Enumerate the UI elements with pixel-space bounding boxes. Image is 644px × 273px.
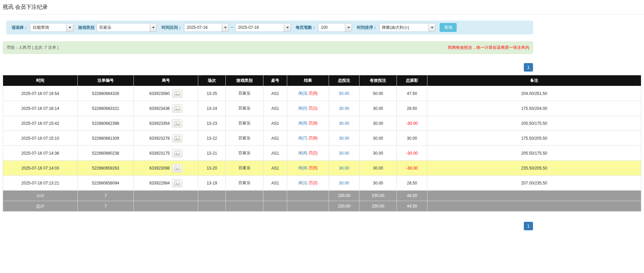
footer-empty [263, 201, 287, 212]
filter-panel: 请选择： 日期查询 游戏类别 百家乐 时间区间： 2025-07-16 ~ 20… [6, 21, 533, 34]
picture-icon [174, 91, 180, 96]
cell-table-no: AS1 [263, 116, 287, 131]
cell-result: 闲(3) 庄(9) [287, 86, 329, 101]
result-banker: 庄(6) [309, 136, 318, 140]
round-id-text: 633923175 [149, 151, 170, 156]
table-row: 2025-07-16 07:14:03 522660659263 6339230… [3, 161, 641, 176]
cell-time: 2025-07-16 07:15:42 [3, 116, 78, 131]
cell-game-type: 百家乐 [226, 131, 263, 146]
column-header: 桌号 [263, 75, 287, 86]
cell-payout: 47.50 [397, 86, 427, 101]
column-header: 有效投注 [360, 75, 397, 86]
select-type-combobox[interactable]: 日期查询 [30, 23, 73, 32]
picture-icon [174, 136, 180, 140]
cell-remark: 175.50/205.50 [427, 131, 641, 146]
round-id-text: 633923436 [149, 106, 170, 111]
round-result-image-button[interactable] [172, 179, 182, 187]
game-type-value[interactable]: 百家乐 [97, 23, 150, 32]
sort-order-combobox[interactable]: 降冪(由大到小) [379, 23, 436, 32]
cell-round-id: 633923175 [134, 146, 198, 161]
round-result-image-button[interactable] [172, 119, 182, 128]
cell-valid-bet: 50.00 [360, 86, 397, 101]
total-bet-link[interactable]: 30.00 [339, 181, 349, 186]
cell-remark: 205.50/175.50 [427, 146, 641, 161]
cell-payout: 28.50 [397, 176, 427, 191]
page-1-button[interactable]: 1 [524, 222, 533, 230]
picture-icon [174, 166, 180, 170]
cell-session: 13-24 [198, 101, 226, 116]
footer-payout: 44.50 [397, 191, 427, 201]
cell-time: 2025-07-16 07:14:03 [3, 161, 78, 176]
round-result-image-button[interactable] [172, 149, 182, 157]
select-type-value[interactable]: 日期查询 [30, 23, 66, 32]
total-bet-link[interactable]: 50.00 [339, 91, 349, 96]
cell-payout: -30.00 [397, 146, 427, 161]
cell-bet-id: 522660662398 [78, 116, 134, 131]
table-header-row: 时间注单编号局号场次游戏类别桌号结果总投注有效投注总派彩备注 [3, 75, 641, 86]
payout-value: 28.50 [407, 106, 417, 111]
chevron-down-icon[interactable] [222, 23, 228, 32]
cell-total-bet: 30.00 [329, 176, 360, 191]
picture-icon [174, 106, 180, 111]
cell-total-bet: 30.00 [329, 161, 360, 176]
cell-result: 闲(9) 庄(9) [287, 116, 329, 131]
cell-total-bet: 30.00 [329, 116, 360, 131]
date-from-picker[interactable]: 2025-07-16 [184, 23, 229, 32]
payout-value: 28.50 [407, 181, 417, 186]
total-bet-link[interactable]: 30.00 [339, 166, 349, 171]
round-result-image-button[interactable] [172, 90, 182, 98]
page-size-combobox[interactable]: 100 [318, 23, 352, 32]
cell-bet-id: 522660664326 [78, 86, 134, 101]
page-1-button[interactable]: 1 [524, 63, 533, 72]
column-header: 备注 [427, 75, 641, 86]
cell-time: 2025-07-16 07:16:54 [3, 86, 78, 101]
footer-empty [427, 191, 641, 201]
chevron-down-icon[interactable] [150, 23, 157, 32]
column-header: 时间 [3, 75, 78, 86]
result-banker: 庄(1) [309, 106, 318, 111]
valid-bet-note: 同局有效投注，统一计算在该局第一张注单内 [448, 45, 529, 51]
cell-session: 13-25 [198, 86, 226, 101]
date-to-picker[interactable]: 2025-07-16 [235, 23, 291, 32]
result-player: 闲(8) [298, 165, 308, 170]
total-bet-link[interactable]: 30.00 [339, 136, 349, 141]
game-type-combobox[interactable]: 百家乐 [96, 23, 157, 32]
cell-total-bet: 30.00 [329, 146, 360, 161]
payout-value: -30.00 [406, 166, 418, 171]
date-from-value[interactable]: 2025-07-16 [184, 23, 222, 32]
round-result-image-button[interactable] [172, 134, 182, 142]
round-id-text: 633923354 [149, 121, 170, 126]
chevron-down-icon[interactable] [345, 23, 352, 32]
cell-session: 13-21 [198, 146, 226, 161]
table-body: 2025-07-16 07:16:54 522660664326 6339235… [3, 86, 641, 191]
sort-order-value[interactable]: 降冪(由大到小) [380, 23, 428, 32]
footer-total-bet: 230.00 [329, 201, 360, 212]
total-bet-link[interactable]: 30.00 [339, 106, 349, 111]
result-banker: 庄(5) [309, 165, 318, 170]
page-size-value[interactable]: 100 [318, 23, 345, 32]
date-to-value[interactable]: 2025-07-16 [236, 23, 284, 32]
search-button[interactable]: 查询 [440, 23, 457, 32]
total-bet-link[interactable]: 30.00 [339, 151, 349, 156]
cell-round-id: 633923278 [134, 131, 198, 146]
footer-empty [427, 201, 641, 212]
cell-bet-id: 522660658094 [78, 176, 134, 191]
cell-round-id: 633923098 [134, 161, 198, 176]
table-row: 2025-07-16 07:15:10 522660661309 6339232… [3, 131, 641, 146]
chevron-down-icon[interactable] [428, 23, 435, 32]
chevron-down-icon[interactable] [66, 23, 73, 32]
table-row: 2025-07-16 07:14:36 522660660238 6339231… [3, 146, 641, 161]
round-id-text: 633923098 [149, 166, 170, 171]
result-banker: 庄(2) [309, 180, 318, 185]
cell-result: 闲(8) 庄(5) [287, 161, 329, 176]
cell-round-id: 633923436 [134, 101, 198, 116]
cell-bet-id: 522660661309 [78, 131, 134, 146]
round-result-image-button[interactable] [172, 164, 182, 172]
round-result-image-button[interactable] [172, 104, 182, 113]
payout-value: 30.00 [407, 136, 417, 141]
total-bet-link[interactable]: 30.00 [339, 121, 349, 126]
footer-empty [287, 191, 329, 201]
chevron-down-icon[interactable] [284, 23, 291, 32]
cell-result: 闲(6) 庄(2) [287, 146, 329, 161]
date-range-separator: ~ [231, 25, 233, 30]
